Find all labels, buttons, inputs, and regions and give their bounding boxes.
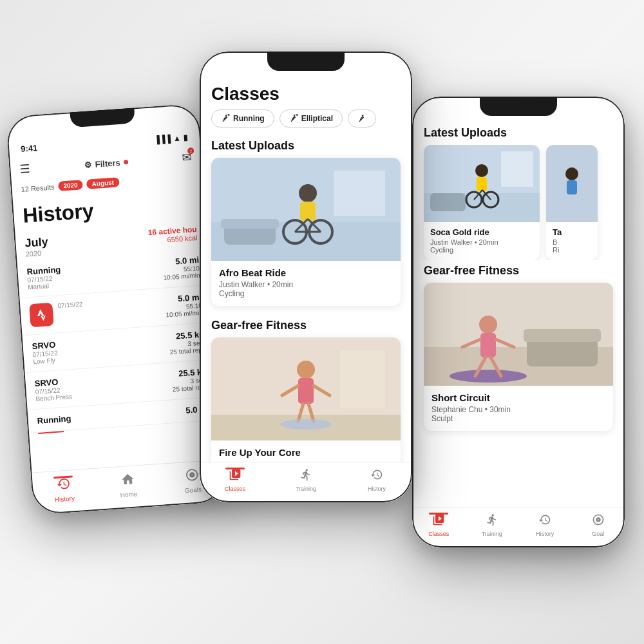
workout-left-3: SRVO 07/15/22 Bench Press	[34, 376, 72, 402]
goals-nav-icon	[184, 467, 200, 485]
workout-stats-1: 5.0 mi 55:10 10:05 mi/min	[164, 292, 203, 319]
nav-right-history[interactable]: History	[527, 513, 563, 537]
class-card-core[interactable]: Fire Up Your Core	[211, 337, 401, 468]
short-circuit-body: Short Circuit Stephanie Chu • 30min Scul…	[424, 386, 613, 431]
classes-page-title: Classes	[200, 77, 412, 109]
svg-rect-22	[340, 350, 385, 408]
section-title-latest: Latest Uploads	[200, 135, 412, 158]
svg-rect-12	[211, 158, 401, 261]
section-title-gear-right: Gear-free Fitness	[412, 260, 625, 283]
workout-source-0: Manual	[28, 281, 62, 291]
svg-rect-27	[477, 177, 487, 191]
workout-info-4: Running	[37, 413, 71, 426]
class-card-afrobeat[interactable]: Afro Beat Ride Justin Walker • 20min Cyc…	[211, 158, 401, 306]
filters-button[interactable]: ⚙ Filters	[84, 157, 128, 170]
card-soca-gold[interactable]: Soca Gold ride Justin Walker • 20min Cyc…	[424, 145, 540, 260]
nav-right-goal[interactable]: Goal	[580, 513, 616, 537]
workout-date-1: 07/15/22	[57, 301, 83, 310]
scene: 9:41 ▐▐▐ ▲ ▮ ☰ ⚙ Filters	[0, 0, 644, 644]
phone-right: Latest Uploads	[412, 97, 625, 547]
workout-left-2: SRVO 07/15/22 Low Fly	[32, 340, 58, 366]
menu-icon[interactable]: ☰	[19, 162, 30, 176]
svg-rect-25	[430, 193, 466, 211]
soca-gold-body: Soca Gold ride Justin Walker • 20min Cyc…	[424, 222, 540, 260]
nav-center-classes[interactable]: Classes	[218, 468, 253, 492]
tag-month[interactable]: August	[86, 177, 119, 189]
afrobeat-category: Cycling	[219, 289, 393, 298]
home-nav-icon	[120, 471, 136, 489]
svg-rect-32	[501, 151, 533, 187]
training-nav-icon-right	[486, 513, 498, 529]
filter-elliptical[interactable]: Elliptical	[279, 109, 343, 128]
nav-center-history[interactable]: History	[359, 468, 395, 492]
nav-history[interactable]: History	[44, 475, 84, 504]
notch-right	[480, 97, 557, 116]
classes-nav-icon-right	[432, 513, 445, 529]
month-stats: 16 active hou 6550 kcal	[147, 225, 198, 245]
nav-right-classes[interactable]: Classes	[421, 513, 457, 537]
history-nav-icon	[56, 477, 71, 495]
classes-screen-center: Classes Running Elliptical	[200, 52, 412, 502]
training-nav-label-center: Training	[296, 486, 316, 492]
soca-gold-category: Cycling	[430, 246, 533, 254]
history-nav-icon-center	[370, 468, 383, 484]
training-nav-label-right: Training	[482, 531, 502, 537]
phone-center: Classes Running Elliptical	[200, 52, 412, 502]
month-name: July	[24, 235, 48, 250]
month-info: July 2020	[24, 235, 49, 258]
workout-source-2: Low Fly	[33, 356, 59, 365]
classes-screen-right: Latest Uploads	[412, 97, 625, 547]
afrobeat-thumbnail	[211, 158, 401, 261]
mail-badge: 2	[187, 147, 194, 155]
nav-center-training[interactable]: Training	[289, 468, 324, 492]
mail-container: ✉ 2	[182, 150, 192, 165]
filter-active-dot	[123, 160, 128, 164]
section-title-latest-right: Latest Uploads	[412, 122, 625, 145]
phone-left: 9:41 ▐▐▐ ▲ ▮ ☰ ⚙ Filters	[6, 103, 227, 515]
partial-thumbnail	[546, 145, 598, 222]
filter-more[interactable]	[348, 109, 376, 128]
svg-rect-42	[480, 333, 496, 357]
nav-home[interactable]: Home	[108, 471, 149, 499]
signal-icon: ▐▐▐	[154, 134, 171, 144]
workout-info-3: SRVO 07/15/22 Bench Press	[34, 376, 72, 402]
status-time: 9:41	[21, 143, 38, 154]
phone-inner-right: Latest Uploads	[412, 97, 625, 547]
month-year: 2020	[25, 249, 49, 258]
tag-year[interactable]: 2020	[58, 180, 83, 191]
afrobeat-sub: Justin Walker • 20min	[219, 280, 393, 289]
cards-row-latest: Soca Gold ride Justin Walker • 20min Cyc…	[412, 145, 625, 260]
filter-icon: ⚙	[84, 160, 92, 170]
results-count: 12 Results	[21, 183, 55, 193]
bottom-nav-center: Classes Training	[200, 462, 412, 502]
short-circuit-title: Short Circuit	[431, 392, 605, 403]
soca-gold-title: Soca Gold ride	[430, 227, 533, 237]
training-nav-icon-center	[299, 468, 312, 484]
workout-info-0: Running 07/15/22 Manual	[26, 265, 62, 291]
workout-left-1: 07/15/22	[29, 301, 84, 328]
classes-nav-label-center: Classes	[225, 486, 245, 492]
classes-nav-label-right: Classes	[428, 531, 449, 537]
workout-stats-0: 5.0 mi 55:10 10:05 mi/min	[162, 255, 200, 281]
svg-rect-16	[298, 378, 314, 404]
svg-point-34	[565, 167, 578, 180]
home-nav-label: Home	[120, 490, 137, 498]
afrobeat-card-body: Afro Beat Ride Justin Walker • 20min Cyc…	[211, 261, 401, 306]
goal-nav-label-right: Goal	[592, 531, 604, 537]
svg-point-15	[297, 361, 315, 379]
nav-right-training[interactable]: Training	[474, 513, 509, 537]
class-card-short-circuit[interactable]: Short Circuit Stephanie Chu • 30min Scul…	[424, 283, 613, 431]
card-partial[interactable]: Ta B Ri	[546, 145, 598, 260]
workout-name-4: Running	[37, 413, 71, 426]
partial-body: Ta B Ri	[546, 222, 598, 260]
section-title-gear-free: Gear-free Fitness	[200, 315, 412, 337]
filter-running[interactable]: Running	[211, 109, 274, 128]
afrobeat-title: Afro Beat Ride	[219, 267, 393, 278]
history-nav-label-right: History	[536, 531, 554, 537]
workout-info-1: 07/15/22	[57, 301, 83, 310]
svg-point-21	[280, 419, 332, 430]
bottom-nav-right: Classes Training	[412, 507, 625, 547]
core-title: Fire Up Your Core	[219, 447, 393, 458]
workout-info-2: SRVO 07/15/22 Low Fly	[32, 340, 58, 366]
svg-rect-39	[524, 329, 601, 342]
